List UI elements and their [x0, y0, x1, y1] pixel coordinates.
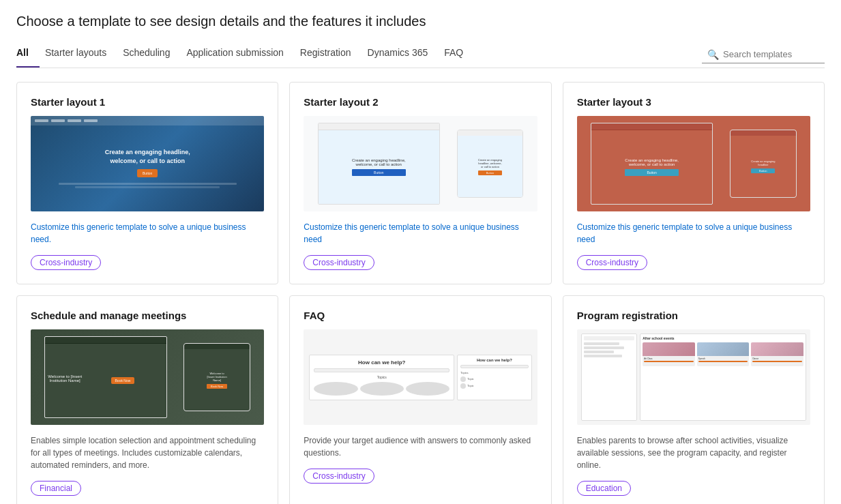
card-preview: How can we help? Topics How can we help?…	[304, 329, 537, 425]
description-link[interactable]: Customize this generic template to solve…	[31, 222, 246, 244]
card-title: FAQ	[304, 310, 537, 321]
tab-application-submission[interactable]: Application submission	[186, 42, 294, 68]
template-card-faq[interactable]: FAQ How can we help? Topics How	[289, 295, 551, 504]
template-card-starter-layout-2[interactable]: Starter layout 2 Create an engaging head…	[289, 82, 551, 284]
description-link[interactable]: Customize this generic template to solve…	[304, 222, 519, 244]
card-tag[interactable]: Financial	[31, 481, 81, 496]
card-description: Provide your target audience with answer…	[304, 434, 537, 459]
card-title: Starter layout 3	[577, 96, 810, 108]
card-tag[interactable]: Education	[577, 481, 631, 496]
card-preview: After school events Art Class Speech	[577, 329, 810, 425]
tab-dynamics-365[interactable]: Dynamics 365	[368, 42, 439, 68]
card-preview: Create an engaging headline,welcome, or …	[31, 116, 264, 211]
nav-strip	[31, 116, 264, 125]
card-description: Customize this generic template to solve…	[577, 221, 810, 246]
tab-faq[interactable]: FAQ	[444, 42, 474, 68]
card-title: Schedule and manage meetings	[31, 310, 264, 321]
card-tag[interactable]: Cross-industry	[304, 469, 374, 484]
card-description: Customize this generic template to solve…	[31, 221, 264, 246]
template-card-starter-layout-3[interactable]: Starter layout 3 Create an engaging head…	[563, 82, 825, 284]
preview-hero: Create an engaging headline,welcome, or …	[31, 125, 264, 211]
tab-starter-layouts[interactable]: Starter layouts	[45, 42, 117, 68]
search-icon: 🔍	[707, 49, 719, 60]
nav-tabs: All Starter layouts Scheduling Applicati…	[16, 42, 702, 68]
card-description: Customize this generic template to solve…	[304, 221, 537, 246]
page-title: Choose a template to see design details …	[16, 14, 825, 29]
card-tag[interactable]: Cross-industry	[577, 255, 647, 270]
card-tag[interactable]: Cross-industry	[304, 255, 374, 270]
card-title: Starter layout 2	[304, 96, 537, 108]
card-description: Enables simple location selection and ap…	[31, 434, 264, 471]
card-preview: Create an engaging headline,welcome, or …	[577, 116, 810, 211]
card-tag[interactable]: Cross-industry	[31, 255, 101, 270]
card-description: Enables parents to browse after school a…	[577, 434, 810, 471]
card-title: Program registration	[577, 310, 810, 321]
description-link[interactable]: Customize this generic template to solve…	[577, 222, 793, 244]
tab-scheduling[interactable]: Scheduling	[123, 42, 181, 68]
card-preview: Create an engaging headline,welcome, or …	[304, 116, 537, 211]
template-card-schedule-meetings[interactable]: Schedule and manage meetings Welcome to …	[16, 295, 278, 504]
search-container: 🔍	[702, 46, 825, 63]
search-input[interactable]	[723, 49, 818, 59]
templates-grid: Starter layout 1 Create an engaging head…	[16, 82, 825, 504]
tab-all[interactable]: All	[16, 42, 40, 68]
card-title: Starter layout 1	[31, 96, 264, 108]
card-preview: Welcome to [InsertInstitution Name] Book…	[31, 329, 264, 425]
template-card-program-registration[interactable]: Program registration After school events…	[563, 295, 825, 504]
tab-registration[interactable]: Registration	[300, 42, 362, 68]
nav-bar: All Starter layouts Scheduling Applicati…	[16, 42, 825, 68]
template-card-starter-layout-1[interactable]: Starter layout 1 Create an engaging head…	[16, 82, 278, 284]
page-container: Choose a template to see design details …	[0, 0, 841, 504]
